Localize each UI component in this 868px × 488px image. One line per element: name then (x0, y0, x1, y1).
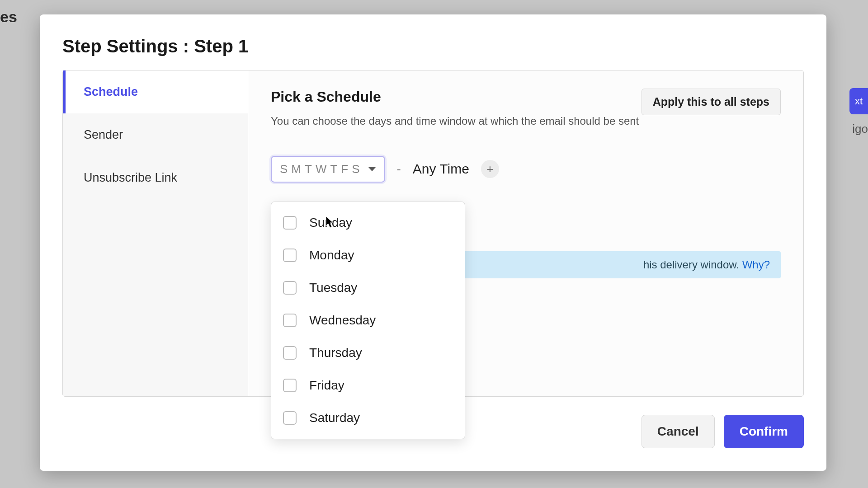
checkbox-thursday[interactable] (283, 346, 297, 360)
tab-unsubscribe-link[interactable]: Unsubscribe Link (63, 156, 248, 199)
step-settings-modal: Step Settings : Step 1 Schedule Sender U… (40, 14, 826, 471)
days-dropdown-trigger[interactable]: SMTWTFS (271, 156, 385, 183)
plus-icon: + (486, 162, 493, 176)
checkbox-tuesday[interactable] (283, 281, 297, 295)
schedule-selector-row: SMTWTFS - Any Time + (271, 156, 781, 183)
checkbox-friday[interactable] (283, 379, 297, 392)
modal-body: Schedule Sender Unsubscribe Link Pick a … (62, 70, 804, 397)
days-dropdown-panel: Sunday Monday Tuesday Wednesday Thursday (271, 202, 465, 439)
day-label: Monday (309, 248, 354, 263)
content-description: You can choose the days and time window … (271, 113, 639, 129)
tab-schedule[interactable]: Schedule (63, 70, 248, 113)
checkbox-wednesday[interactable] (283, 314, 297, 327)
content-heading: Pick a Schedule (271, 89, 639, 105)
separator-dash: - (397, 162, 401, 176)
days-abbrev-label: SMTWTFS (280, 162, 363, 176)
background-next-button: xt (849, 88, 868, 114)
banner-text: his delivery window. (643, 258, 742, 271)
background-truncated-text: igo (852, 122, 868, 136)
day-option-monday[interactable]: Monday (271, 239, 465, 272)
day-label: Saturday (309, 411, 360, 425)
day-option-thursday[interactable]: Thursday (271, 337, 465, 369)
settings-tabs-sidebar: Schedule Sender Unsubscribe Link (63, 70, 248, 396)
add-time-window-button[interactable]: + (481, 160, 499, 178)
why-link[interactable]: Why? (742, 258, 770, 271)
tab-content: Pick a Schedule You can choose the days … (248, 70, 803, 396)
chevron-down-icon (368, 167, 376, 171)
checkbox-saturday[interactable] (283, 411, 297, 425)
day-option-sunday[interactable]: Sunday (271, 206, 465, 239)
day-option-tuesday[interactable]: Tuesday (271, 272, 465, 304)
content-header: Pick a Schedule You can choose the days … (271, 89, 781, 129)
day-option-friday[interactable]: Friday (271, 369, 465, 402)
cancel-button[interactable]: Cancel (642, 415, 715, 448)
background-truncated-text: es (0, 8, 17, 26)
tab-sender[interactable]: Sender (63, 113, 248, 156)
day-label: Wednesday (309, 313, 376, 328)
modal-title: Step Settings : Step 1 (40, 14, 826, 70)
day-option-wednesday[interactable]: Wednesday (271, 304, 465, 337)
checkbox-monday[interactable] (283, 249, 297, 262)
day-label: Thursday (309, 346, 362, 360)
time-window-label: Any Time (413, 161, 469, 177)
day-option-saturday[interactable]: Saturday (271, 402, 465, 434)
apply-to-all-steps-button[interactable]: Apply this to all steps (642, 89, 781, 115)
day-label: Tuesday (309, 281, 357, 295)
checkbox-sunday[interactable] (283, 216, 297, 230)
day-label: Friday (309, 378, 344, 393)
confirm-button[interactable]: Confirm (724, 415, 804, 448)
